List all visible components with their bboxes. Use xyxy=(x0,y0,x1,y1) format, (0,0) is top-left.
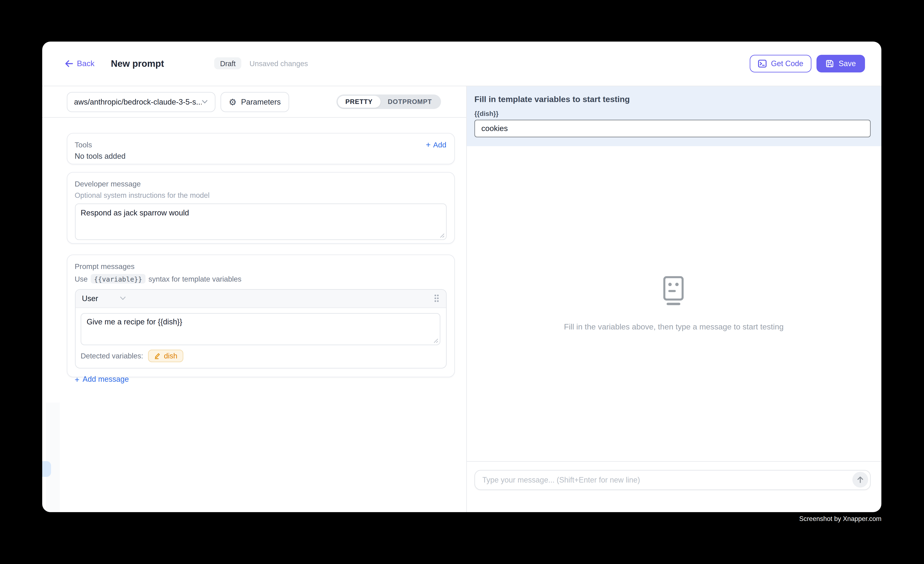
save-icon xyxy=(825,59,834,68)
developer-message-title: Developer message xyxy=(75,180,447,188)
screenshot-background: Back New prompt Draft Unsaved changes Ge… xyxy=(0,0,924,564)
hint-suffix: syntax for template variables xyxy=(148,274,242,283)
watermark-text: Screenshot by Xnapper.com xyxy=(799,515,882,522)
plus-icon: + xyxy=(426,141,431,148)
developer-message-input[interactable]: Respond as jack sparrow would xyxy=(75,204,447,240)
fill-variables-title: Fill in template variables to start test… xyxy=(474,94,870,104)
clipped-side-panel xyxy=(46,402,60,512)
save-label: Save xyxy=(838,59,856,68)
status-badge: Draft xyxy=(214,57,241,69)
tools-card: Tools + Add No tools added xyxy=(67,133,454,165)
app-window: Back New prompt Draft Unsaved changes Ge… xyxy=(42,41,881,512)
toggle-option-pretty[interactable]: PRETTY xyxy=(338,96,380,108)
resize-handle-icon[interactable] xyxy=(440,233,445,238)
unsaved-changes-text: Unsaved changes xyxy=(249,59,308,68)
view-toggle: PRETTY DOTPROMPT xyxy=(336,94,441,109)
robot-face-icon xyxy=(661,276,687,305)
variable-name-label: {{dish}} xyxy=(474,110,870,117)
chat-empty-state: Fill in the variables above, then type a… xyxy=(466,146,881,461)
plus-icon: + xyxy=(75,375,80,383)
chat-message-input[interactable] xyxy=(474,470,870,490)
add-message-button[interactable]: + Add message xyxy=(75,375,447,384)
variable-syntax-hint: Use {{variable}} syntax for template var… xyxy=(75,274,447,284)
chat-input-bar xyxy=(466,461,881,512)
message-block: User Give me a recipe for {{dish}} xyxy=(75,289,447,369)
get-code-button[interactable]: Get Code xyxy=(750,55,812,72)
tester-pane: Fill in template variables to start test… xyxy=(466,86,881,512)
arrow-up-icon xyxy=(856,476,864,484)
message-role-select[interactable]: User xyxy=(82,294,98,303)
detected-variables-row: Detected variables: dish xyxy=(81,350,440,362)
detected-variables-label: Detected variables: xyxy=(81,351,143,360)
edit-icon xyxy=(154,352,161,359)
back-arrow-icon xyxy=(65,60,73,67)
terminal-icon xyxy=(758,59,766,68)
gear-icon: ⚙ xyxy=(229,98,237,106)
save-button[interactable]: Save xyxy=(816,55,865,72)
chevron-down-icon xyxy=(120,296,126,301)
variable-value-input[interactable] xyxy=(474,120,870,137)
editor-toolbar: aws/anthropic/bedrock-claude-3-5-s... ⚙ … xyxy=(42,86,466,118)
model-selector-value: aws/anthropic/bedrock-claude-3-5-s... xyxy=(74,98,201,106)
clipped-selection-highlight xyxy=(42,461,51,477)
resize-handle-icon[interactable] xyxy=(434,338,438,343)
chevron-down-icon xyxy=(201,99,208,104)
empty-state-caption: Fill in the variables above, then type a… xyxy=(564,322,784,331)
tools-title: Tools xyxy=(75,140,92,149)
add-message-label: Add message xyxy=(82,375,129,384)
page-title: New prompt xyxy=(111,58,164,69)
variable-chip-label: dish xyxy=(164,351,177,360)
variable-chip-dish[interactable]: dish xyxy=(148,350,183,362)
get-code-label: Get Code xyxy=(771,59,803,68)
back-button[interactable]: Back xyxy=(65,59,94,68)
prompt-messages-card: Prompt messages Use {{variable}} syntax … xyxy=(67,255,454,377)
tools-empty-text: No tools added xyxy=(75,152,447,160)
parameters-label: Parameters xyxy=(241,98,281,106)
template-variables-panel: Fill in template variables to start test… xyxy=(466,86,881,146)
developer-message-card: Developer message Optional system instru… xyxy=(67,172,454,244)
add-tool-button[interactable]: + Add xyxy=(426,140,447,149)
header: Back New prompt Draft Unsaved changes Ge… xyxy=(42,41,881,87)
message-header: User xyxy=(75,290,446,308)
back-label: Back xyxy=(77,59,94,68)
variable-code-chip: {{variable}} xyxy=(91,274,146,284)
developer-message-subtitle: Optional system instructions for the mod… xyxy=(75,192,447,199)
parameters-button[interactable]: ⚙ Parameters xyxy=(220,92,289,112)
editor-pane: aws/anthropic/bedrock-claude-3-5-s... ⚙ … xyxy=(42,86,466,512)
drag-handle-icon[interactable] xyxy=(434,294,439,303)
message-text-input[interactable]: Give me a recipe for {{dish}} xyxy=(81,313,440,345)
prompt-messages-title: Prompt messages xyxy=(75,262,447,271)
hint-prefix: Use xyxy=(75,274,88,283)
add-tool-label: Add xyxy=(433,140,447,149)
model-selector[interactable]: aws/anthropic/bedrock-claude-3-5-s... xyxy=(67,92,215,112)
toggle-option-dotprompt[interactable]: DOTPROMPT xyxy=(380,96,440,108)
